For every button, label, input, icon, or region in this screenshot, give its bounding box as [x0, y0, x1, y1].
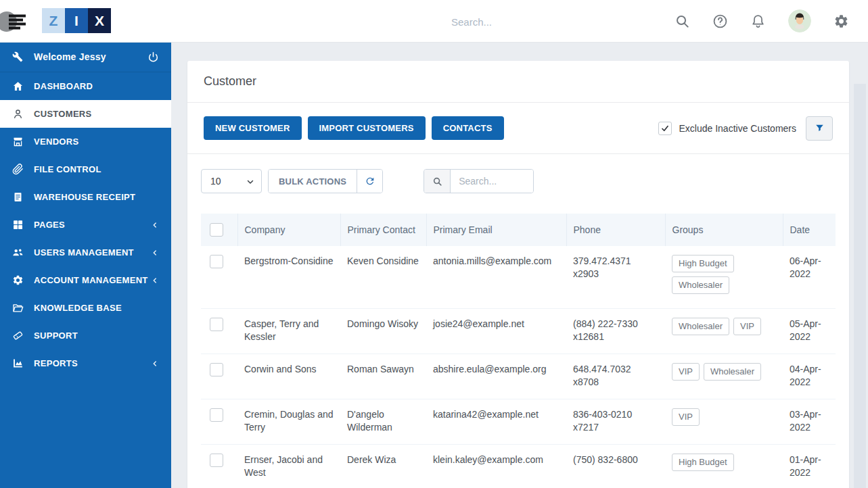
group-badge: VIP: [733, 318, 761, 335]
group-badge: Wholesaler: [704, 363, 761, 381]
home-icon: [12, 80, 24, 92]
cell-company[interactable]: Casper, Terry and Kessler: [237, 309, 340, 354]
row-checkbox[interactable]: [210, 454, 223, 467]
main-content: Customer NEW CUSTOMER IMPORT CUSTOMERS C…: [171, 42, 868, 488]
bulk-actions-button[interactable]: BULK ACTIONS: [269, 170, 357, 193]
exclude-inactive-checkbox[interactable]: [658, 122, 672, 135]
new-customer-button[interactable]: NEW CUSTOMER: [204, 116, 302, 140]
sidebar-item-label: REPORTS: [34, 358, 78, 368]
sidebar: Welcome Jessy DASHBOARDCUSTOMERSVENDORSF…: [0, 42, 171, 488]
column-header-primary-email[interactable]: Primary Email: [426, 214, 566, 246]
table-controls: 10 BULK ACTIONS: [201, 169, 836, 193]
cell-company[interactable]: Corwin and Sons: [237, 354, 340, 399]
chevron-left-icon: [151, 249, 159, 257]
cell-date: 03-Apr-2022: [783, 399, 836, 445]
chevron-left-icon: [151, 221, 159, 229]
row-checkbox[interactable]: [210, 255, 223, 268]
sidebar-item-label: FILE CONTROL: [34, 164, 101, 174]
cell-phone: 379.472.4371 x2903: [566, 246, 665, 309]
page-size-select[interactable]: 10: [201, 169, 262, 193]
column-header-date[interactable]: Date: [783, 214, 836, 246]
sidebar-item-customers[interactable]: CUSTOMERS: [0, 100, 171, 128]
cell-groups: High BudgetWholesaler: [665, 246, 783, 309]
sidebar-item-label: CUSTOMERS: [34, 109, 92, 119]
import-customers-button[interactable]: IMPORT CUSTOMERS: [308, 116, 426, 140]
cell-primary-email: josie24@example.net: [426, 309, 566, 354]
cell-primary-email: klein.kaley@example.com: [426, 445, 566, 488]
cell-groups: VIP: [665, 399, 783, 445]
cell-company[interactable]: Ernser, Jacobi and West: [237, 445, 340, 488]
sidebar-item-label: USERS MANAGEMENT: [34, 247, 134, 258]
column-header-phone[interactable]: Phone: [566, 214, 665, 246]
sidebar-item-reports[interactable]: REPORTS: [0, 349, 171, 377]
topbar-icons: [675, 0, 849, 42]
cell-primary-contact: Derek Wiza: [340, 445, 426, 488]
sidebar-menu: DASHBOARDCUSTOMERSVENDORSFILE CONTROLWAR…: [0, 72, 171, 377]
page-title: Customer: [187, 61, 849, 103]
filter-button[interactable]: [806, 116, 833, 141]
sidebar-item-label: ACCOUNT MANAGEMENT: [34, 275, 148, 285]
cell-primary-email: katarina42@example.net: [426, 399, 566, 445]
sidebar-item-warehouse-receipt[interactable]: WAREHOUSE RECEIPT: [0, 183, 171, 211]
bell-icon[interactable]: [750, 14, 766, 29]
help-icon[interactable]: [712, 14, 728, 29]
refresh-icon: [365, 176, 375, 187]
chevron-left-icon: [151, 360, 159, 368]
row-checkbox[interactable]: [210, 408, 223, 422]
cell-phone: (750) 832-6800: [566, 445, 665, 488]
sidebar-item-label: KNOWLEDGE BASE: [34, 303, 122, 313]
exclude-inactive-label: Exclude Inactive Customers: [679, 123, 796, 134]
sidebar-item-knowledge-base[interactable]: KNOWLEDGE BASE: [0, 294, 171, 322]
group-badge: VIP: [672, 408, 700, 426]
table-row: Cremin, Douglas and TerryD'angelo Wilder…: [201, 399, 836, 445]
page-size-value: 10: [210, 176, 221, 187]
sidebar-item-users-management[interactable]: USERS MANAGEMENT: [0, 239, 171, 266]
global-search-input[interactable]: [450, 12, 629, 31]
contacts-button[interactable]: CONTACTS: [432, 116, 504, 140]
sidebar-item-support[interactable]: SUPPORT: [0, 322, 171, 349]
sidebar-item-file-control[interactable]: FILE CONTROL: [0, 155, 171, 183]
chart-area-icon: [12, 358, 24, 369]
sidebar-item-pages[interactable]: PAGES: [0, 211, 171, 239]
cell-groups: WholesalerVIP: [665, 309, 783, 354]
cell-primary-email: antonia.mills@example.com: [426, 246, 566, 309]
sidebar-item-vendors[interactable]: VENDORS: [0, 128, 171, 155]
sidebar-item-dashboard[interactable]: DASHBOARD: [0, 72, 171, 100]
select-all-checkbox[interactable]: [210, 223, 223, 237]
avatar[interactable]: [788, 9, 811, 32]
group-badge: Wholesaler: [672, 318, 729, 335]
row-checkbox[interactable]: [210, 318, 223, 331]
table-header-row: CompanyPrimary ContactPrimary EmailPhone…: [201, 214, 836, 246]
customer-card: Customer NEW CUSTOMER IMPORT CUSTOMERS C…: [187, 61, 849, 488]
search-icon[interactable]: [675, 14, 690, 29]
column-header-company[interactable]: Company: [237, 214, 340, 246]
cell-primary-email: abshire.eula@example.org: [426, 354, 566, 399]
sidebar-item-label: DASHBOARD: [34, 81, 93, 91]
chevron-down-icon: [246, 177, 254, 185]
power-icon[interactable]: [147, 51, 159, 63]
refresh-button[interactable]: [357, 170, 382, 193]
sidebar-item-label: SUPPORT: [34, 331, 78, 341]
cell-date: 01-Apr-2022: [783, 445, 836, 488]
gear-icon: [12, 274, 24, 286]
welcome-text: Welcome Jessy: [34, 51, 106, 62]
sidebar-item-label: PAGES: [34, 220, 65, 230]
ticket-icon: [12, 330, 24, 341]
table-search-input[interactable]: [451, 170, 533, 193]
menu-toggle-button[interactable]: [0, 8, 31, 35]
app-logo[interactable]: Z I X: [42, 8, 111, 33]
logo-letter: Z: [42, 8, 65, 33]
vertical-scrollbar[interactable]: [854, 84, 866, 488]
cell-primary-contact: D'angelo Wilderman: [340, 399, 426, 445]
sidebar-item-account-management[interactable]: ACCOUNT MANAGEMENT: [0, 266, 171, 294]
paperclip-icon: [12, 164, 24, 175]
table-row: Corwin and SonsRoman Sawaynabshire.eula@…: [201, 354, 836, 399]
user-icon: [12, 108, 24, 120]
column-header-groups[interactable]: Groups: [665, 214, 783, 246]
row-checkbox[interactable]: [210, 363, 223, 376]
group-badge: High Budget: [672, 255, 734, 272]
column-header-primary-contact[interactable]: Primary Contact: [340, 214, 426, 246]
gear-icon[interactable]: [833, 14, 849, 29]
cell-company[interactable]: Bergstrom-Considine: [237, 246, 340, 309]
cell-company[interactable]: Cremin, Douglas and Terry: [237, 399, 340, 445]
